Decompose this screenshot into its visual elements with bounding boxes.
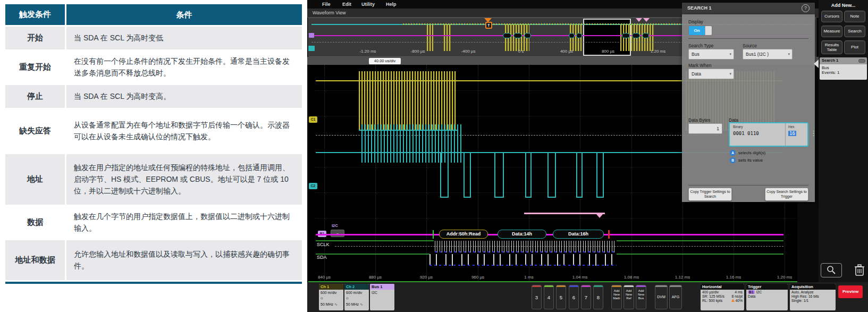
search-type-select[interactable]: Bus ▾ [688,49,734,60]
add-new-bus-button[interactable]: Add New Bus [636,285,646,309]
ch8-button[interactable]: 8 [593,285,603,309]
ch1-marker-icon[interactable]: C1 [309,116,317,123]
bus1-type: I2C [370,290,394,296]
dvm-button[interactable]: DVM [655,285,668,309]
display-label: Display [688,19,703,24]
bandwidth-icon: ∿ [334,302,338,306]
data-bytes-input[interactable]: 1 [688,123,722,134]
trigger-mode: Data [748,294,755,298]
menu-help[interactable]: Help [386,2,397,7]
sda-low-marks [429,265,617,266]
divider [688,38,808,39]
search-card-title: Search 1 [822,58,838,63]
row-name: 地址和数据 [5,240,65,280]
add-results-table-button[interactable]: Results Table [821,40,842,54]
trigger-t-icon[interactable]: T [485,22,492,29]
ch2-pulse [464,153,471,198]
search-card-close-pill[interactable] [858,59,865,63]
ch1-scale: 600 m/div [319,290,343,296]
copy-search-to-trigger-button[interactable]: Copy Search Settings to Trigger [765,188,808,201]
mark-when-label: Mark When [688,63,711,68]
hex-value[interactable]: 16 [788,131,796,136]
time-label: 840 µs [318,275,331,280]
tab-waveform-view[interactable]: Waveform View [313,10,346,15]
trash-button[interactable] [853,263,866,277]
sda-pulses [429,254,617,266]
search-result-bracket [524,213,605,214]
time-label: 920 µs [420,275,433,280]
ch1-badge[interactable]: Ch 1 600 m/div Ω 50 MHz ∿ [319,284,343,310]
hex-label: Hex [788,125,795,129]
overview-time-label: 1.20 ms [651,49,665,54]
sclk-high-line [617,240,783,241]
add-new-ref-button[interactable]: Add New Ref [623,285,634,309]
ch5-button[interactable]: 5 [556,285,566,309]
add-bus-label: Add New Bus [636,287,646,301]
overview-decode-bubble [632,33,640,38]
acquisition-settings-badge[interactable]: Acquisition Auto, Analyze High Res: 16 b… [790,284,836,310]
horizontal-title: Horizontal [701,284,744,290]
h-resolution: 8 ns/pt [732,294,743,298]
menu-edit[interactable]: Edit [342,2,351,7]
binary-value[interactable]: 0001 0110 [733,131,759,136]
data-value-box[interactable]: Binary 0001 0110 Hex 16 [729,122,808,147]
row-name: 开始 [5,27,65,49]
ch2-badge[interactable]: Ch 2 600 m/div Ω 50 MHz ∿ [344,284,369,310]
search-panel-title: SEARCH 1 [687,5,712,11]
knob-a-hint: selects digit(s) [738,150,765,155]
time-label: 1.12 ms [675,275,690,280]
display-toggle[interactable]: On [688,26,712,36]
ch2-pulse [576,153,583,198]
help-icon[interactable]: ? [802,4,810,12]
source-select[interactable]: Bus1 (I2C ) ▾ [743,49,793,60]
time-label: 880 µs [369,275,382,280]
add-search-button[interactable]: Search [844,26,865,37]
zoom-mode-button[interactable] [821,263,842,277]
add-cursors-button[interactable]: Cursors [821,11,842,22]
ch4-button[interactable]: 4 [544,285,554,309]
right-sidebar: Add New... Cursors Note Measure Search R… [819,0,868,282]
ch2-bw-value: 50 MHz [346,302,359,306]
overview-burst [444,24,451,51]
bus-handle[interactable]: – [331,230,344,237]
overview-time-label: -400 µs [461,49,476,54]
table-row: 开始 当 SDA 在 SCL 为高时变低 [5,27,302,51]
time-label: 960 µs [471,275,484,280]
decode-bubble-addr: Addr:50h:Read [439,230,488,239]
bus1-badge[interactable]: Bus 1 I2C [370,284,394,310]
ch2-marker-icon[interactable]: C2 [309,183,317,189]
mark-when-select[interactable]: Data ▾ [688,69,734,79]
search-panel-titlebar[interactable]: SEARCH 1 ? [682,3,815,14]
add-plot-button[interactable]: Plot [844,40,865,54]
ch6-button[interactable]: 6 [569,285,579,309]
ch2-pulse [596,153,604,198]
table-row: 数据 触发在几个字节的用户指定数据值上，数据值以二进制或十六进制输入。 [5,206,302,240]
overview-decode-bubble [576,33,582,38]
add-measure-button[interactable]: Measure [821,26,842,37]
search-mark-icon [643,18,650,22]
afg-button[interactable]: AFG [669,285,682,309]
trigger-title: Trigger [746,284,788,290]
menu-file[interactable]: File [322,2,331,7]
ch7-button[interactable]: 7 [581,285,591,309]
trigger-settings-badge[interactable]: Trigger B1 I2C Data [746,284,788,310]
drag-handle-icon[interactable]: ⋮ [810,129,817,137]
search-result-card[interactable]: Search 1 Bus Events: 1 [820,57,867,80]
overview-time-label: -1.20 ms [359,49,376,54]
ch6-color-stripe [569,285,578,287]
ch5-number: 5 [557,294,566,300]
copy-trigger-to-search-button[interactable]: Copy Trigger Settings to Search [688,188,732,201]
knob-a-icon: A [730,150,736,156]
acq-mode: Auto, Analyze [791,290,814,294]
overview-decode-bubble [513,33,522,38]
menu-utility[interactable]: Utility [361,2,375,7]
ch3-button[interactable]: 3 [532,285,542,309]
preview-button[interactable]: Preview [838,285,863,298]
horizontal-settings-badge[interactable]: Horizontal 400 µs/div4 ms SR: 125 MS/s8 … [701,284,744,310]
add-new-math-button[interactable]: Add New Math [611,285,622,309]
ch7-color-stripe [582,285,591,287]
ch2-scale: 600 m/div [344,290,369,296]
add-note-button[interactable]: Note [844,11,865,22]
chevron-down-icon: ▾ [788,49,790,59]
hzoom-scale-value[interactable]: 40.00 us/div [369,58,401,64]
